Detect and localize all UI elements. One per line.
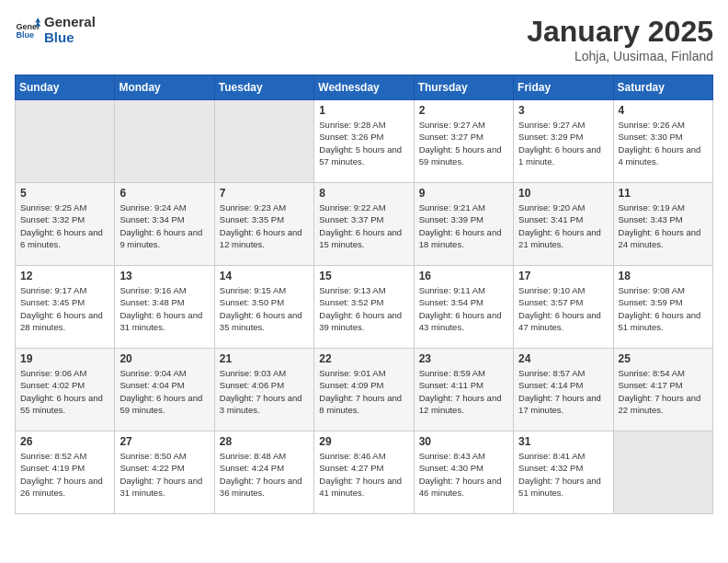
- calendar-week-row: 12Sunrise: 9:17 AM Sunset: 3:45 PM Dayli…: [16, 266, 713, 349]
- svg-text:Blue: Blue: [16, 30, 34, 40]
- table-row: 14Sunrise: 9:15 AM Sunset: 3:50 PM Dayli…: [214, 266, 313, 349]
- day-number: 2: [419, 104, 508, 117]
- table-row: 15Sunrise: 9:13 AM Sunset: 3:52 PM Dayli…: [314, 266, 414, 349]
- table-row: 16Sunrise: 9:11 AM Sunset: 3:54 PM Dayli…: [414, 266, 513, 349]
- col-friday: Friday: [514, 75, 613, 100]
- table-row: 18Sunrise: 9:08 AM Sunset: 3:59 PM Dayli…: [613, 266, 712, 349]
- day-info: Sunrise: 8:46 AM Sunset: 4:27 PM Dayligh…: [319, 450, 408, 499]
- day-info: Sunrise: 8:54 AM Sunset: 4:17 PM Dayligh…: [619, 367, 708, 416]
- table-row: 29Sunrise: 8:46 AM Sunset: 4:27 PM Dayli…: [314, 431, 414, 514]
- logo: General Blue General Blue: [15, 15, 96, 45]
- table-row: 27Sunrise: 8:50 AM Sunset: 4:22 PM Dayli…: [115, 431, 214, 514]
- day-number: 22: [319, 352, 408, 365]
- day-info: Sunrise: 8:50 AM Sunset: 4:22 PM Dayligh…: [119, 450, 209, 499]
- day-number: 26: [20, 435, 109, 448]
- day-number: 1: [319, 104, 408, 117]
- table-row: 1Sunrise: 9:28 AM Sunset: 3:26 PM Daylig…: [314, 100, 414, 183]
- table-row: 28Sunrise: 8:48 AM Sunset: 4:24 PM Dayli…: [214, 431, 313, 514]
- col-saturday: Saturday: [613, 75, 712, 100]
- day-number: 23: [419, 352, 508, 365]
- day-number: 3: [518, 104, 608, 117]
- day-info: Sunrise: 8:41 AM Sunset: 4:32 PM Dayligh…: [518, 450, 608, 499]
- table-row: 12Sunrise: 9:17 AM Sunset: 3:45 PM Dayli…: [16, 266, 115, 349]
- day-info: Sunrise: 9:10 AM Sunset: 3:57 PM Dayligh…: [518, 284, 608, 333]
- table-row: 5Sunrise: 9:25 AM Sunset: 3:32 PM Daylig…: [16, 183, 115, 266]
- table-row: [115, 100, 214, 183]
- table-row: 2Sunrise: 9:27 AM Sunset: 3:27 PM Daylig…: [414, 100, 513, 183]
- table-row: [16, 100, 115, 183]
- day-info: Sunrise: 9:16 AM Sunset: 3:48 PM Dayligh…: [119, 284, 209, 333]
- day-info: Sunrise: 8:59 AM Sunset: 4:11 PM Dayligh…: [419, 367, 508, 416]
- day-info: Sunrise: 9:25 AM Sunset: 3:32 PM Dayligh…: [20, 201, 109, 250]
- day-number: 4: [619, 104, 708, 117]
- logo-icon: General Blue: [15, 17, 40, 43]
- table-row: 25Sunrise: 8:54 AM Sunset: 4:17 PM Dayli…: [613, 349, 712, 431]
- day-info: Sunrise: 9:17 AM Sunset: 3:45 PM Dayligh…: [20, 284, 109, 333]
- day-number: 19: [20, 352, 109, 365]
- day-number: 25: [619, 352, 708, 365]
- day-info: Sunrise: 9:11 AM Sunset: 3:54 PM Dayligh…: [419, 284, 508, 333]
- calendar-table: Sunday Monday Tuesday Wednesday Thursday…: [15, 75, 713, 514]
- day-info: Sunrise: 9:06 AM Sunset: 4:02 PM Dayligh…: [20, 367, 109, 416]
- calendar-week-row: 26Sunrise: 8:52 AM Sunset: 4:19 PM Dayli…: [16, 431, 713, 514]
- table-row: 9Sunrise: 9:21 AM Sunset: 3:39 PM Daylig…: [414, 183, 513, 266]
- calendar-header: Sunday Monday Tuesday Wednesday Thursday…: [16, 75, 713, 100]
- day-info: Sunrise: 9:28 AM Sunset: 3:26 PM Dayligh…: [319, 119, 408, 167]
- col-tuesday: Tuesday: [214, 75, 313, 100]
- day-number: 29: [319, 435, 408, 448]
- day-number: 11: [619, 187, 708, 200]
- calendar-week-row: 1Sunrise: 9:28 AM Sunset: 3:26 PM Daylig…: [16, 100, 713, 183]
- day-number: 9: [419, 187, 508, 200]
- title-block: January 2025 Lohja, Uusimaa, Finland: [527, 15, 713, 63]
- table-row: 6Sunrise: 9:24 AM Sunset: 3:34 PM Daylig…: [115, 183, 214, 266]
- day-number: 31: [518, 435, 608, 448]
- day-info: Sunrise: 9:19 AM Sunset: 3:43 PM Dayligh…: [619, 201, 708, 250]
- table-row: 21Sunrise: 9:03 AM Sunset: 4:06 PM Dayli…: [214, 349, 313, 431]
- table-row: 17Sunrise: 9:10 AM Sunset: 3:57 PM Dayli…: [514, 266, 613, 349]
- day-info: Sunrise: 8:48 AM Sunset: 4:24 PM Dayligh…: [220, 450, 309, 499]
- day-info: Sunrise: 9:08 AM Sunset: 3:59 PM Dayligh…: [619, 284, 708, 333]
- table-row: 20Sunrise: 9:04 AM Sunset: 4:04 PM Dayli…: [115, 349, 214, 431]
- day-number: 10: [518, 187, 608, 200]
- day-number: 7: [220, 187, 309, 200]
- day-info: Sunrise: 9:03 AM Sunset: 4:06 PM Dayligh…: [220, 367, 309, 416]
- table-row: 13Sunrise: 9:16 AM Sunset: 3:48 PM Dayli…: [115, 266, 214, 349]
- day-number: 17: [518, 270, 608, 282]
- table-row: [214, 100, 313, 183]
- table-row: [613, 431, 712, 514]
- page-header: General Blue General Blue January 2025 L…: [15, 15, 713, 63]
- day-info: Sunrise: 9:23 AM Sunset: 3:35 PM Dayligh…: [220, 201, 309, 250]
- table-row: 26Sunrise: 8:52 AM Sunset: 4:19 PM Dayli…: [16, 431, 115, 514]
- table-row: 4Sunrise: 9:26 AM Sunset: 3:30 PM Daylig…: [613, 100, 712, 183]
- day-number: 24: [518, 352, 608, 365]
- calendar-week-row: 5Sunrise: 9:25 AM Sunset: 3:32 PM Daylig…: [16, 183, 713, 266]
- day-info: Sunrise: 9:20 AM Sunset: 3:41 PM Dayligh…: [518, 201, 608, 250]
- day-info: Sunrise: 8:52 AM Sunset: 4:19 PM Dayligh…: [20, 450, 109, 499]
- table-row: 24Sunrise: 8:57 AM Sunset: 4:14 PM Dayli…: [514, 349, 613, 431]
- day-number: 15: [319, 270, 408, 282]
- day-number: 28: [220, 435, 309, 448]
- day-number: 12: [20, 270, 109, 282]
- day-number: 18: [619, 270, 708, 282]
- table-row: 30Sunrise: 8:43 AM Sunset: 4:30 PM Dayli…: [414, 431, 513, 514]
- day-info: Sunrise: 9:15 AM Sunset: 3:50 PM Dayligh…: [220, 284, 309, 333]
- day-info: Sunrise: 8:57 AM Sunset: 4:14 PM Dayligh…: [518, 367, 608, 416]
- day-number: 16: [419, 270, 508, 282]
- day-info: Sunrise: 9:22 AM Sunset: 3:37 PM Dayligh…: [319, 201, 408, 250]
- calendar-title: January 2025: [527, 15, 713, 49]
- day-info: Sunrise: 9:01 AM Sunset: 4:09 PM Dayligh…: [319, 367, 408, 416]
- table-row: 31Sunrise: 8:41 AM Sunset: 4:32 PM Dayli…: [514, 431, 613, 514]
- logo-blue: Blue: [44, 30, 96, 46]
- logo-general: General: [44, 15, 96, 30]
- day-info: Sunrise: 9:27 AM Sunset: 3:27 PM Dayligh…: [419, 119, 508, 167]
- table-row: 19Sunrise: 9:06 AM Sunset: 4:02 PM Dayli…: [16, 349, 115, 431]
- col-wednesday: Wednesday: [314, 75, 414, 100]
- day-info: Sunrise: 9:21 AM Sunset: 3:39 PM Dayligh…: [419, 201, 508, 250]
- table-row: 7Sunrise: 9:23 AM Sunset: 3:35 PM Daylig…: [214, 183, 313, 266]
- table-row: 10Sunrise: 9:20 AM Sunset: 3:41 PM Dayli…: [514, 183, 613, 266]
- day-info: Sunrise: 9:13 AM Sunset: 3:52 PM Dayligh…: [319, 284, 408, 333]
- day-number: 8: [319, 187, 408, 200]
- day-number: 13: [119, 270, 209, 282]
- day-number: 21: [220, 352, 309, 365]
- day-info: Sunrise: 9:26 AM Sunset: 3:30 PM Dayligh…: [619, 119, 708, 167]
